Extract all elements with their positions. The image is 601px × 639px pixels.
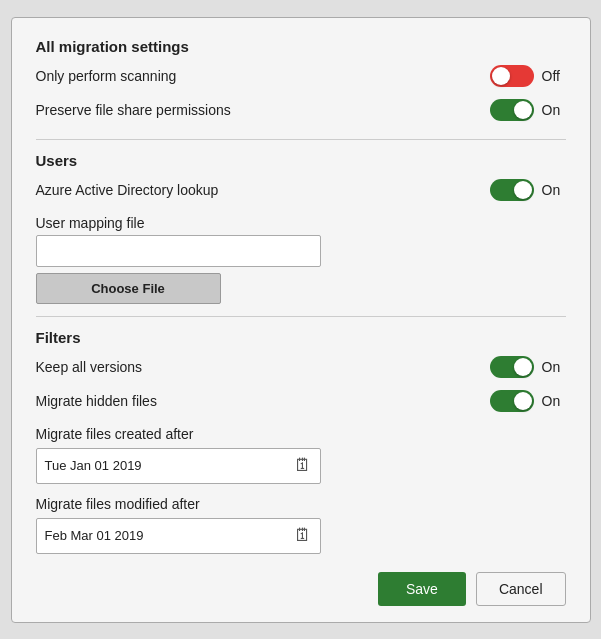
toggle-status-azure-ad: On — [542, 182, 566, 198]
toggle-knob-migrate-hidden — [514, 392, 532, 410]
toggle-group-migrate-hidden: On — [490, 390, 566, 412]
user-mapping-input[interactable] — [36, 235, 321, 267]
modified-after-value: Feb Mar 01 2019 — [45, 528, 294, 543]
label-only-perform-scanning: Only perform scanning — [36, 68, 177, 84]
toggle-status-keep-versions: On — [542, 359, 566, 375]
toggle-knob-preserve — [514, 101, 532, 119]
row-only-perform-scanning: Only perform scanning Off — [36, 65, 566, 87]
created-after-label: Migrate files created after — [36, 426, 566, 442]
row-azure-ad-lookup: Azure Active Directory lookup On — [36, 179, 566, 201]
cancel-button[interactable]: Cancel — [476, 572, 566, 606]
row-migrate-hidden: Migrate hidden files On — [36, 390, 566, 412]
toggle-knob-scanning — [492, 67, 510, 85]
created-after-section: Migrate files created after Tue Jan 01 2… — [36, 426, 566, 484]
section-users: Users Azure Active Directory lookup On U… — [36, 152, 566, 304]
toggle-group-azure-ad: On — [490, 179, 566, 201]
divider-1 — [36, 139, 566, 140]
toggle-group-keep-versions: On — [490, 356, 566, 378]
modified-after-label: Migrate files modified after — [36, 496, 566, 512]
choose-file-button[interactable]: Choose File — [36, 273, 221, 304]
section-filters: Filters Keep all versions On Migrate hid… — [36, 329, 566, 554]
toggle-group-scanning: Off — [490, 65, 566, 87]
modified-after-section: Migrate files modified after Feb Mar 01 … — [36, 496, 566, 554]
section-filters-title: Filters — [36, 329, 566, 346]
label-migrate-hidden: Migrate hidden files — [36, 393, 157, 409]
divider-2 — [36, 316, 566, 317]
dialog-footer: Save Cancel — [36, 572, 566, 606]
toggle-migrate-hidden[interactable] — [490, 390, 534, 412]
created-after-value: Tue Jan 01 2019 — [45, 458, 294, 473]
toggle-azure-ad[interactable] — [490, 179, 534, 201]
calendar-icon-created[interactable]: 🗓 — [294, 455, 312, 476]
label-preserve-permissions: Preserve file share permissions — [36, 102, 231, 118]
migration-settings-rows: Only perform scanning Off Preserve file … — [36, 65, 566, 127]
row-keep-all-versions: Keep all versions On — [36, 356, 566, 378]
user-mapping-label: User mapping file — [36, 215, 566, 231]
save-button[interactable]: Save — [378, 572, 466, 606]
dialog: All migration settings Only perform scan… — [11, 17, 591, 623]
toggle-keep-versions[interactable] — [490, 356, 534, 378]
label-keep-all-versions: Keep all versions — [36, 359, 143, 375]
label-azure-ad-lookup: Azure Active Directory lookup — [36, 182, 219, 198]
toggle-status-preserve: On — [542, 102, 566, 118]
toggle-knob-azure-ad — [514, 181, 532, 199]
modified-after-input[interactable]: Feb Mar 01 2019 🗓 — [36, 518, 321, 554]
filters-settings-rows: Keep all versions On Migrate hidden file… — [36, 356, 566, 418]
toggle-knob-keep-versions — [514, 358, 532, 376]
section-migration-title: All migration settings — [36, 38, 566, 55]
toggle-status-migrate-hidden: On — [542, 393, 566, 409]
toggle-preserve[interactable] — [490, 99, 534, 121]
toggle-status-scanning: Off — [542, 68, 566, 84]
section-migration: All migration settings Only perform scan… — [36, 38, 566, 127]
toggle-scanning[interactable] — [490, 65, 534, 87]
row-preserve-permissions: Preserve file share permissions On — [36, 99, 566, 121]
section-users-title: Users — [36, 152, 566, 169]
calendar-icon-modified[interactable]: 🗓 — [294, 525, 312, 546]
created-after-input[interactable]: Tue Jan 01 2019 🗓 — [36, 448, 321, 484]
toggle-group-preserve: On — [490, 99, 566, 121]
user-mapping-file-section: User mapping file Choose File — [36, 215, 566, 304]
users-settings-rows: Azure Active Directory lookup On — [36, 179, 566, 207]
